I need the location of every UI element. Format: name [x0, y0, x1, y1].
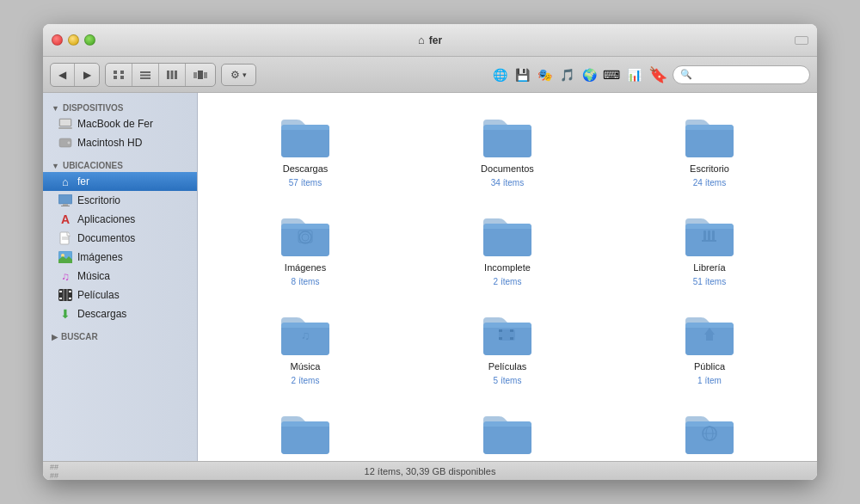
- title-text: fer: [429, 34, 442, 46]
- titlebar: ⌂ fer: [43, 24, 817, 57]
- resize-indicator[interactable]: [795, 36, 808, 45]
- network-icon[interactable]: 🌐: [490, 65, 509, 84]
- file-count-descargas: 57 ítems: [289, 178, 322, 187]
- folder-icon-trunk: [480, 409, 535, 457]
- section-arrow-dispositivos: ▼: [52, 104, 59, 113]
- gear-icon: ⚙: [230, 69, 240, 81]
- file-item-descargas[interactable]: Descargas 57 ítems: [206, 106, 404, 200]
- doc-sidebar-icon: [58, 231, 72, 245]
- back-button[interactable]: ◀: [51, 64, 75, 86]
- folder-icon-escritorio: [682, 113, 737, 160]
- apps-icon: A: [58, 212, 72, 226]
- terminal-icon[interactable]: ⌨: [602, 65, 621, 84]
- svg-rect-2: [114, 76, 117, 79]
- finder-window: ⌂ fer ◀ ▶ ⚙ ▾: [43, 24, 817, 480]
- view-icon-button[interactable]: [106, 64, 132, 86]
- file-name-peliculas: Películas: [488, 361, 527, 372]
- close-button[interactable]: [52, 34, 63, 46]
- file-item-trunk[interactable]: trunk 27 ítems: [408, 403, 606, 461]
- file-count-peliculas: 5 ítems: [494, 376, 522, 385]
- file-item-libreria[interactable]: Librería 51 ítems: [611, 205, 808, 299]
- sidebar-item-fer[interactable]: ⌂ fer: [43, 172, 197, 191]
- sidebar-item-escritorio[interactable]: Escritorio: [43, 191, 197, 210]
- svg-rect-8: [171, 71, 174, 79]
- file-item-musica[interactable]: ♫ Música 2 ítems: [206, 304, 404, 398]
- statusbar-text: 12 ítems, 30,39 GB disponibles: [365, 466, 496, 476]
- sidebar: ▼ DISPOSITIVOS MacBook de Fer Macintosh …: [43, 93, 198, 461]
- bookmark-icon[interactable]: 🔖: [648, 65, 667, 84]
- svg-rect-4: [140, 71, 150, 73]
- file-item-peliculas[interactable]: Películas 5 ítems: [408, 304, 606, 398]
- activity-icon[interactable]: 📊: [624, 65, 643, 84]
- laptop-icon: [58, 117, 72, 131]
- folder-icon-stuffit: [278, 409, 333, 457]
- sidebar-item-musica[interactable]: ♫ Música: [43, 267, 197, 286]
- section-label-dispositivos: DISPOSITIVOS: [63, 103, 124, 113]
- theater-icon[interactable]: 🎭: [535, 65, 554, 84]
- svg-rect-18: [58, 194, 72, 204]
- search-input[interactable]: [696, 70, 802, 80]
- action-button[interactable]: ⚙ ▾: [221, 64, 256, 86]
- svg-rect-45: [510, 337, 513, 340]
- file-item-documentos[interactable]: Documentos 34 ítems: [408, 106, 606, 200]
- file-count-libreria: 51 ítems: [693, 277, 726, 286]
- disk-icon[interactable]: 💾: [513, 65, 531, 84]
- forward-button[interactable]: ▶: [75, 64, 99, 86]
- svg-rect-0: [114, 71, 117, 74]
- home-sidebar-icon: ⌂: [58, 175, 72, 188]
- folder-icon-musica: ♫: [278, 310, 333, 358]
- folder-icon-peliculas: [480, 310, 535, 358]
- file-item-imagenes[interactable]: Imágenes 8 ítems: [206, 205, 404, 299]
- folder-icon-descargas: [278, 113, 333, 160]
- downloads-sidebar-icon: ⬇: [58, 307, 72, 321]
- sidebar-item-macbook[interactable]: MacBook de Fer: [43, 114, 197, 133]
- images-sidebar-icon: [58, 250, 72, 264]
- imagenes-sidebar-label: Imágenes: [77, 251, 123, 263]
- maximize-button[interactable]: [84, 34, 95, 46]
- svg-rect-27: [59, 291, 62, 292]
- svg-rect-36: [703, 230, 706, 241]
- fer-label: fer: [77, 175, 89, 187]
- world-icon[interactable]: 🌍: [580, 65, 599, 84]
- folder-icon-libreria: [682, 212, 737, 259]
- view-columns-button[interactable]: [159, 64, 186, 86]
- peliculas-sidebar-label: Películas: [77, 289, 120, 301]
- file-item-incomplete[interactable]: Incomplete 2 ítems: [408, 205, 606, 299]
- file-count-imagenes: 8 ítems: [292, 277, 320, 286]
- file-item-stuffit[interactable]: StuffIt 1 ítem: [206, 403, 404, 461]
- file-grid: Descargas 57 ítems Documentos 34 ítems E…: [198, 93, 817, 461]
- view-coverflow-button[interactable]: [186, 64, 215, 86]
- sidebar-item-descargas[interactable]: ⬇ Descargas: [43, 304, 197, 323]
- toolbar: ◀ ▶ ⚙ ▾ 🌐 💾 🎭 🎵 🌍: [43, 57, 817, 93]
- file-name-descargas: Descargas: [283, 163, 329, 175]
- sidebar-item-peliculas[interactable]: Películas: [43, 286, 197, 304]
- svg-rect-44: [499, 337, 502, 340]
- home-icon: ⌂: [418, 34, 425, 46]
- minimize-button[interactable]: [68, 34, 79, 46]
- music-icon-toolbar[interactable]: 🎵: [557, 65, 576, 84]
- file-count-escritorio: 24 ítems: [693, 178, 726, 187]
- sidebar-item-documentos[interactable]: Documentos: [43, 229, 197, 248]
- search-box[interactable]: 🔍: [673, 65, 810, 84]
- macbook-label: MacBook de Fer: [77, 118, 153, 130]
- svg-rect-1: [120, 71, 124, 74]
- svg-rect-9: [175, 71, 177, 79]
- sidebar-section-dispositivos: ▼ DISPOSITIVOS: [43, 100, 197, 114]
- folder-icon-imagenes: [278, 212, 333, 259]
- nav-button-group: ◀ ▶: [50, 63, 100, 87]
- music-sidebar-icon: ♫: [58, 269, 72, 283]
- svg-rect-37: [708, 230, 710, 241]
- svg-rect-39: [702, 240, 716, 242]
- file-item-publica[interactable]: Pública 1 ítem: [611, 304, 808, 398]
- view-list-button[interactable]: [132, 64, 159, 86]
- sidebar-item-macintosh-hd[interactable]: Macintosh HD: [43, 133, 197, 152]
- macintosh-hd-label: Macintosh HD: [77, 137, 142, 149]
- file-item-escritorio[interactable]: Escritorio 24 ítems: [611, 106, 808, 200]
- svg-rect-20: [61, 206, 70, 206]
- section-arrow-ubicaciones: ▼: [52, 162, 59, 170]
- sidebar-item-aplicaciones[interactable]: A Aplicaciones: [43, 210, 197, 229]
- file-item-web[interactable]: Web 2 ítems: [611, 403, 808, 461]
- file-name-musica: Música: [291, 361, 321, 372]
- file-name-imagenes: Imágenes: [285, 262, 326, 274]
- sidebar-item-imagenes[interactable]: Imágenes: [43, 248, 197, 267]
